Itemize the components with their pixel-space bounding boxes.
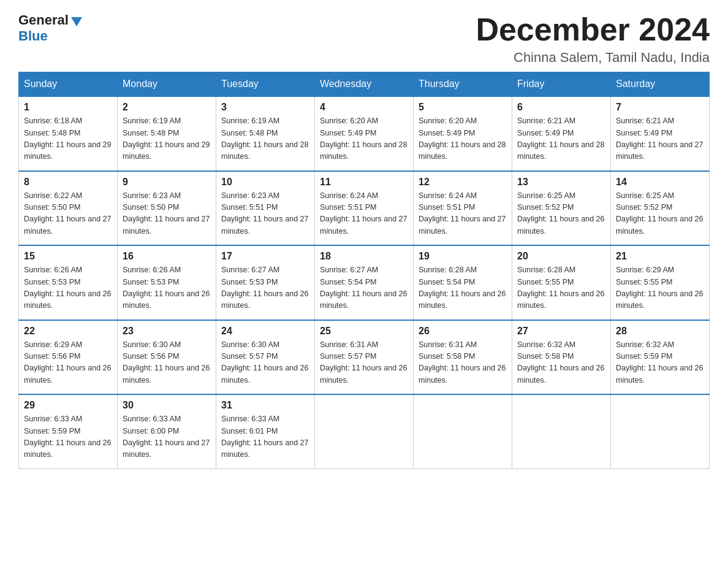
day-number: 14 [616,177,704,188]
calendar-cell: 15Sunrise: 6:26 AMSunset: 5:53 PMDayligh… [19,245,118,320]
day-number: 3 [221,102,309,113]
day-number: 15 [24,251,112,262]
day-info: Sunrise: 6:19 AMSunset: 5:48 PMDaylight:… [123,115,211,163]
day-number: 29 [24,400,112,411]
day-number: 16 [123,251,211,262]
calendar-cell: 9Sunrise: 6:23 AMSunset: 5:50 PMDaylight… [118,171,216,246]
calendar-cell: 3Sunrise: 6:19 AMSunset: 5:48 PMDaylight… [216,96,315,171]
calendar-cell: 18Sunrise: 6:27 AMSunset: 5:54 PMDayligh… [315,245,414,320]
day-number: 7 [616,102,704,113]
day-info: Sunrise: 6:27 AMSunset: 5:54 PMDaylight:… [320,264,408,312]
calendar-cell: 21Sunrise: 6:29 AMSunset: 5:55 PMDayligh… [611,245,710,320]
day-info: Sunrise: 6:28 AMSunset: 5:55 PMDaylight:… [517,264,605,312]
weekday-header-sunday: Sunday [19,72,118,97]
day-info: Sunrise: 6:33 AMSunset: 6:01 PMDaylight:… [221,413,309,461]
calendar-cell: 26Sunrise: 6:31 AMSunset: 5:58 PMDayligh… [414,320,512,395]
calendar-cell: 13Sunrise: 6:25 AMSunset: 5:52 PMDayligh… [512,171,611,246]
weekday-header-tuesday: Tuesday [216,72,315,97]
weekday-header-wednesday: Wednesday [315,72,414,97]
calendar-cell: 24Sunrise: 6:30 AMSunset: 5:57 PMDayligh… [216,320,315,395]
calendar-cell: 14Sunrise: 6:25 AMSunset: 5:52 PMDayligh… [611,171,710,246]
day-info: Sunrise: 6:32 AMSunset: 5:59 PMDaylight:… [616,339,704,387]
day-info: Sunrise: 6:21 AMSunset: 5:49 PMDaylight:… [517,115,605,163]
day-info: Sunrise: 6:26 AMSunset: 5:53 PMDaylight:… [123,264,211,312]
weekday-header-monday: Monday [118,72,216,97]
calendar-cell: 6Sunrise: 6:21 AMSunset: 5:49 PMDaylight… [512,96,611,171]
calendar-cell: 31Sunrise: 6:33 AMSunset: 6:01 PMDayligh… [216,394,315,469]
day-number: 4 [320,102,408,113]
day-number: 13 [517,177,605,188]
day-info: Sunrise: 6:24 AMSunset: 5:51 PMDaylight:… [419,190,507,238]
calendar-cell: 10Sunrise: 6:23 AMSunset: 5:51 PMDayligh… [216,171,315,246]
title-block: December 2024 Chinna Salem, Tamil Nadu, … [476,12,710,66]
calendar-cell: 30Sunrise: 6:33 AMSunset: 6:00 PMDayligh… [118,394,216,469]
day-number: 12 [419,177,507,188]
day-number: 1 [24,102,112,113]
page-header: General Blue December 2024 Chinna Salem,… [18,12,710,66]
day-info: Sunrise: 6:25 AMSunset: 5:52 PMDaylight:… [616,190,704,238]
weekday-header-saturday: Saturday [611,72,710,97]
day-number: 9 [123,177,211,188]
day-number: 22 [24,326,112,337]
day-info: Sunrise: 6:18 AMSunset: 5:48 PMDaylight:… [24,115,112,163]
logo: General Blue [18,12,82,44]
day-info: Sunrise: 6:25 AMSunset: 5:52 PMDaylight:… [517,190,605,238]
calendar-cell: 2Sunrise: 6:19 AMSunset: 5:48 PMDaylight… [118,96,216,171]
day-info: Sunrise: 6:23 AMSunset: 5:50 PMDaylight:… [123,190,211,238]
day-info: Sunrise: 6:22 AMSunset: 5:50 PMDaylight:… [24,190,112,238]
day-info: Sunrise: 6:26 AMSunset: 5:53 PMDaylight:… [24,264,112,312]
calendar-cell: 8Sunrise: 6:22 AMSunset: 5:50 PMDaylight… [19,171,118,246]
day-info: Sunrise: 6:21 AMSunset: 5:49 PMDaylight:… [616,115,704,163]
calendar-cell: 28Sunrise: 6:32 AMSunset: 5:59 PMDayligh… [611,320,710,395]
day-number: 30 [123,400,211,411]
logo-triangle-icon [71,17,82,26]
day-info: Sunrise: 6:33 AMSunset: 6:00 PMDaylight:… [123,413,211,461]
day-number: 21 [616,251,704,262]
weekday-header-row: SundayMondayTuesdayWednesdayThursdayFrid… [19,72,710,97]
calendar-cell [512,394,611,469]
calendar-cell: 23Sunrise: 6:30 AMSunset: 5:56 PMDayligh… [118,320,216,395]
calendar-week-2: 8Sunrise: 6:22 AMSunset: 5:50 PMDaylight… [19,171,710,246]
day-info: Sunrise: 6:28 AMSunset: 5:54 PMDaylight:… [419,264,507,312]
logo-blue-text: Blue [18,28,48,44]
day-info: Sunrise: 6:27 AMSunset: 5:53 PMDaylight:… [221,264,309,312]
calendar-cell: 12Sunrise: 6:24 AMSunset: 5:51 PMDayligh… [414,171,512,246]
day-number: 28 [616,326,704,337]
day-info: Sunrise: 6:31 AMSunset: 5:58 PMDaylight:… [419,339,507,387]
day-info: Sunrise: 6:31 AMSunset: 5:57 PMDaylight:… [320,339,408,387]
calendar-cell: 16Sunrise: 6:26 AMSunset: 5:53 PMDayligh… [118,245,216,320]
day-number: 2 [123,102,211,113]
day-number: 31 [221,400,309,411]
day-number: 27 [517,326,605,337]
calendar-cell: 22Sunrise: 6:29 AMSunset: 5:56 PMDayligh… [19,320,118,395]
day-info: Sunrise: 6:29 AMSunset: 5:56 PMDaylight:… [24,339,112,387]
calendar-cell: 29Sunrise: 6:33 AMSunset: 5:59 PMDayligh… [19,394,118,469]
day-number: 11 [320,177,408,188]
calendar-cell: 5Sunrise: 6:20 AMSunset: 5:49 PMDaylight… [414,96,512,171]
calendar-week-4: 22Sunrise: 6:29 AMSunset: 5:56 PMDayligh… [19,320,710,395]
day-info: Sunrise: 6:20 AMSunset: 5:49 PMDaylight:… [320,115,408,163]
calendar-cell: 11Sunrise: 6:24 AMSunset: 5:51 PMDayligh… [315,171,414,246]
calendar-table: SundayMondayTuesdayWednesdayThursdayFrid… [18,72,710,469]
weekday-header-friday: Friday [512,72,611,97]
day-number: 18 [320,251,408,262]
calendar-cell: 1Sunrise: 6:18 AMSunset: 5:48 PMDaylight… [19,96,118,171]
day-info: Sunrise: 6:30 AMSunset: 5:56 PMDaylight:… [123,339,211,387]
logo-general-text: General [18,12,69,28]
day-number: 6 [517,102,605,113]
day-number: 24 [221,326,309,337]
day-info: Sunrise: 6:30 AMSunset: 5:57 PMDaylight:… [221,339,309,387]
day-number: 10 [221,177,309,188]
calendar-cell: 27Sunrise: 6:32 AMSunset: 5:58 PMDayligh… [512,320,611,395]
day-number: 8 [24,177,112,188]
day-number: 25 [320,326,408,337]
calendar-week-3: 15Sunrise: 6:26 AMSunset: 5:53 PMDayligh… [19,245,710,320]
day-info: Sunrise: 6:20 AMSunset: 5:49 PMDaylight:… [419,115,507,163]
weekday-header-thursday: Thursday [414,72,512,97]
location-subtitle: Chinna Salem, Tamil Nadu, India [476,50,710,66]
day-number: 26 [419,326,507,337]
day-number: 20 [517,251,605,262]
day-number: 17 [221,251,309,262]
day-info: Sunrise: 6:19 AMSunset: 5:48 PMDaylight:… [221,115,309,163]
calendar-cell [315,394,414,469]
